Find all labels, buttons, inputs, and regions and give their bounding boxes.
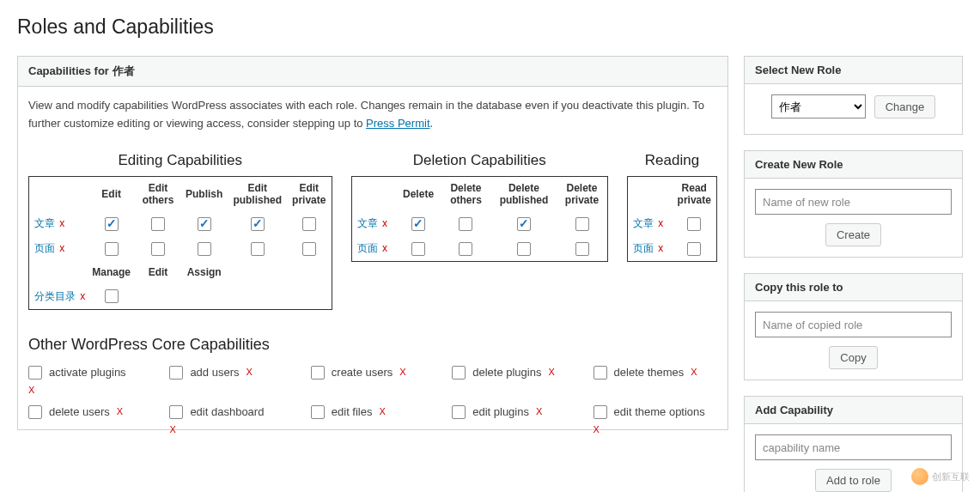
- col-delete-others: Delete others: [441, 176, 491, 211]
- editing-row-posts: 文章 x: [29, 211, 332, 236]
- remove-icon[interactable]: X: [28, 385, 34, 395]
- row-label[interactable]: 分类目录: [34, 290, 76, 302]
- remove-icon[interactable]: X: [399, 367, 405, 377]
- checkbox[interactable]: [517, 242, 531, 256]
- core-cap-label: delete themes: [614, 366, 685, 379]
- select-role-panel: Select New Role 作者 Change: [744, 56, 963, 135]
- col-delete-published: Delete published: [491, 176, 557, 211]
- new-role-input[interactable]: [755, 189, 952, 215]
- remove-icon[interactable]: x: [382, 242, 387, 254]
- core-cap-label: create users: [332, 366, 393, 379]
- core-cap-label: edit plugins: [472, 405, 529, 418]
- checkbox[interactable]: [311, 405, 325, 419]
- checkbox[interactable]: [105, 289, 119, 303]
- row-label[interactable]: 文章: [357, 217, 378, 229]
- checkbox[interactable]: [302, 242, 316, 256]
- checkbox[interactable]: [411, 217, 425, 231]
- logo-icon: [911, 468, 928, 485]
- checkbox[interactable]: [151, 217, 165, 231]
- core-cap-item: edit filesX: [311, 405, 435, 419]
- checkbox[interactable]: [687, 217, 701, 231]
- copy-role-panel: Copy this role to Copy: [744, 273, 963, 380]
- core-cap-label: edit files: [332, 405, 373, 418]
- deletion-row-posts: 文章 x: [351, 211, 607, 236]
- remove-icon[interactable]: x: [658, 242, 663, 254]
- core-cap-label: edit theme options: [614, 405, 705, 418]
- remove-icon[interactable]: X: [169, 424, 175, 434]
- change-button[interactable]: Change: [874, 95, 936, 118]
- panel-title: Add Capability: [745, 397, 962, 424]
- core-caps-title: Other WordPress Core Capabilities: [28, 336, 717, 354]
- checkbox[interactable]: [459, 242, 472, 256]
- col-assign: Assign: [180, 261, 228, 283]
- core-cap-item: delete themesX: [593, 366, 717, 380]
- core-cap-item: create usersX: [311, 366, 435, 380]
- copy-button[interactable]: Copy: [829, 346, 877, 369]
- capabilities-panel-title: Capabilities for 作者: [18, 57, 727, 87]
- checkbox[interactable]: [105, 242, 119, 256]
- checkbox[interactable]: [452, 366, 466, 380]
- checkbox[interactable]: [411, 242, 425, 256]
- core-cap-item: edit dashboardX: [169, 405, 293, 419]
- reading-capabilities: Reading Read private 文章 x 页面 x: [627, 152, 717, 263]
- create-button[interactable]: Create: [825, 223, 881, 246]
- row-label[interactable]: 文章: [34, 217, 55, 229]
- remove-icon[interactable]: X: [593, 424, 600, 434]
- remove-icon[interactable]: X: [117, 406, 123, 416]
- core-cap-item: add usersX: [169, 366, 293, 380]
- description: View and modify capabilities WordPress a…: [28, 97, 717, 133]
- capabilities-panel: Capabilities for 作者 View and modify capa…: [17, 56, 728, 430]
- col-publish: Publish: [180, 176, 228, 211]
- checkbox[interactable]: [151, 242, 165, 256]
- core-cap-item: activate pluginsX: [28, 366, 152, 380]
- remove-icon[interactable]: x: [59, 242, 64, 254]
- core-cap-item: delete usersX: [28, 405, 152, 419]
- remove-icon[interactable]: X: [548, 367, 554, 377]
- remove-icon[interactable]: x: [658, 217, 663, 229]
- checkbox[interactable]: [452, 405, 466, 419]
- checkbox[interactable]: [311, 366, 325, 380]
- col-edit: Edit: [87, 176, 136, 211]
- checkbox[interactable]: [687, 242, 701, 256]
- checkbox[interactable]: [169, 405, 183, 419]
- checkbox[interactable]: [251, 242, 265, 256]
- remove-icon[interactable]: X: [380, 406, 386, 416]
- remove-icon[interactable]: x: [382, 217, 387, 229]
- checkbox[interactable]: [251, 217, 265, 231]
- capability-input[interactable]: [755, 434, 952, 460]
- checkbox[interactable]: [169, 366, 183, 380]
- remove-icon[interactable]: x: [59, 217, 64, 229]
- row-label[interactable]: 页面: [633, 242, 654, 254]
- checkbox[interactable]: [105, 217, 119, 231]
- remove-icon[interactable]: X: [246, 367, 252, 377]
- checkbox[interactable]: [575, 242, 589, 256]
- reading-row-pages: 页面 x: [628, 236, 717, 262]
- checkbox[interactable]: [198, 242, 211, 256]
- checkbox[interactable]: [593, 405, 607, 419]
- checkbox[interactable]: [28, 366, 42, 380]
- checkbox[interactable]: [459, 217, 472, 231]
- col-edit-others: Edit others: [136, 176, 180, 211]
- press-permit-link[interactable]: Press Permit: [366, 117, 429, 130]
- remove-icon[interactable]: x: [80, 290, 85, 302]
- add-to-role-button[interactable]: Add to role: [815, 469, 892, 492]
- row-label[interactable]: 文章: [633, 217, 654, 229]
- checkbox[interactable]: [575, 217, 589, 231]
- checkbox[interactable]: [198, 217, 211, 231]
- deletion-title: Deletion Capabilities: [351, 152, 608, 169]
- core-cap-label: activate plugins: [49, 366, 126, 379]
- editing-row-pages: 页面 x: [29, 236, 332, 261]
- deletion-capabilities: Deletion Capabilities Delete Delete othe…: [351, 152, 608, 263]
- role-select[interactable]: 作者: [771, 94, 866, 118]
- deletion-row-pages: 页面 x: [351, 236, 607, 262]
- checkbox[interactable]: [28, 405, 42, 419]
- remove-icon[interactable]: X: [691, 367, 697, 377]
- remove-icon[interactable]: X: [536, 406, 542, 416]
- page-title: Roles and Capabilities: [17, 15, 963, 39]
- checkbox[interactable]: [593, 366, 607, 380]
- copy-role-input[interactable]: [755, 312, 952, 337]
- checkbox[interactable]: [302, 217, 316, 231]
- row-label[interactable]: 页面: [34, 242, 55, 254]
- row-label[interactable]: 页面: [357, 242, 378, 254]
- checkbox[interactable]: [517, 217, 531, 231]
